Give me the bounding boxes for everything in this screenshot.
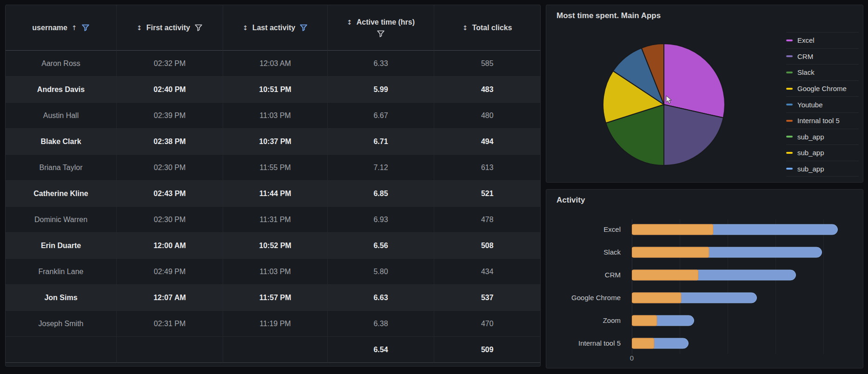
table-cell: 470 (434, 311, 540, 337)
bar-track (632, 241, 855, 263)
most-time-spent-panel: Most time spent. Main Apps ExcelCRMSlack… (546, 5, 863, 183)
table-footer-row: 6.54509 (6, 337, 540, 363)
legend-item-label: Google Chrome (797, 85, 847, 92)
table-cell: 6.71 (328, 129, 434, 155)
column-header-total-clicks[interactable]: ↕Total clicks (434, 5, 540, 51)
filter-funnel-icon[interactable] (194, 24, 203, 32)
sort-updown-icon[interactable]: ↕ (347, 19, 352, 26)
filter-funnel-icon[interactable] (377, 30, 385, 38)
legend-color-chip (786, 168, 793, 170)
legend-color-chip (786, 39, 793, 41)
table-cell: 12:03 AM (223, 51, 328, 77)
bar-row-internal-tool-5: Internal tool 5 (546, 332, 863, 354)
table-cell: 10:52 PM (223, 233, 328, 259)
table-cell: 613 (434, 155, 540, 181)
table-cell: 5.99 (328, 77, 434, 103)
table-cell: 02:31 PM (117, 311, 223, 337)
table-cell: 11:31 PM (223, 207, 328, 233)
table-cell: Jon Sims (6, 285, 117, 311)
filter-funnel-icon[interactable] (81, 24, 90, 32)
table-footer-cell: 6.54 (328, 337, 434, 363)
table-cell: 585 (434, 51, 540, 77)
legend-item-youtube[interactable]: Youtube (786, 96, 859, 112)
table-cell: Andres Davis (6, 77, 117, 103)
table-cell: 11:19 PM (223, 311, 328, 337)
table-cell: 11:57 PM (223, 285, 328, 311)
legend-item-internal-tool-5[interactable]: Internal tool 5 (786, 112, 859, 129)
table-cell: 10:51 PM (223, 77, 328, 103)
sort-updown-icon[interactable]: ↕ (243, 24, 248, 32)
column-header-label: Active time (hrs) (357, 18, 415, 26)
legend-item-label: CRM (797, 52, 813, 60)
sort-ascending-icon[interactable]: ↑ (72, 24, 77, 32)
bar-track (632, 263, 855, 286)
table-cell: 6.85 (328, 181, 434, 207)
column-header-label: username (32, 24, 67, 32)
legend-item-label: Youtube (797, 101, 823, 109)
legend-color-chip (786, 55, 793, 57)
bar-segment-orange (632, 338, 654, 348)
filter-funnel-icon[interactable] (299, 24, 308, 32)
table-cell: 7.12 (328, 155, 434, 181)
table-footer-cell: 509 (434, 337, 540, 363)
legend-item-sub-app[interactable]: sub_app (786, 161, 859, 177)
table-cell: 02:30 PM (117, 207, 223, 233)
bar-segment-orange (632, 247, 709, 257)
legend-item-excel[interactable]: Excel (786, 32, 859, 48)
bar-track (632, 309, 855, 332)
pie-legend: ExcelCRMSlackGoogle ChromeYoutubeInterna… (786, 32, 859, 177)
bar-track (632, 332, 855, 354)
table-cell: 11:03 PM (223, 259, 328, 285)
column-header-username[interactable]: username↑ (6, 5, 117, 51)
table-row: Blake Clark02:38 PM10:37 PM6.71494 (6, 129, 540, 155)
bar-row-google-chrome: Google Chrome (546, 286, 863, 309)
table-cell: 434 (434, 259, 540, 285)
bar-segment-orange (632, 315, 657, 326)
table-cell: 02:40 PM (117, 77, 223, 103)
table-row: Franklin Lane02:49 PM11:03 PM5.80434 (6, 259, 540, 285)
table-footer-cell (6, 337, 117, 363)
table-cell: 11:55 PM (223, 155, 328, 181)
legend-color-chip (786, 104, 793, 105)
legend-item-label: sub_app (797, 165, 824, 173)
table-cell: Blake Clark (6, 129, 117, 155)
table-cell: 521 (434, 181, 540, 207)
column-header-first-activity[interactable]: ↕First activity (117, 5, 223, 51)
column-header-label: Total clicks (472, 24, 512, 32)
bar-segment-orange (632, 224, 713, 235)
table-cell: 12:07 AM (117, 285, 223, 311)
legend-item-google-chrome[interactable]: Google Chrome (786, 80, 859, 97)
table-cell: 5.80 (328, 259, 434, 285)
table-cell: Franklin Lane (6, 259, 117, 285)
table-cell: 11:03 PM (223, 103, 328, 129)
bar-category-label: Google Chrome (546, 286, 622, 309)
table-cell: Briana Taylor (6, 155, 117, 181)
sort-updown-icon[interactable]: ↕ (463, 24, 468, 32)
table-cell: 6.67 (328, 103, 434, 129)
legend-item-crm[interactable]: CRM (786, 48, 859, 65)
table-row: Erin Duarte12:00 AM10:52 PM6.56508 (6, 233, 540, 259)
legend-item-sub-app[interactable]: sub_app (786, 144, 859, 161)
column-header-last-activity[interactable]: ↕Last activity (223, 5, 328, 51)
bar-category-label: Zoom (546, 309, 622, 332)
table-cell: 12:00 AM (117, 233, 223, 259)
table-cell: 02:32 PM (117, 51, 223, 77)
table-cell: 537 (434, 285, 540, 311)
bar-row-crm: CRM (546, 263, 863, 286)
legend-item-label: sub_app (797, 133, 824, 141)
grafana-dashboard: username↑↕First activity↕Last activity↕A… (0, 0, 868, 374)
table-cell: 02:39 PM (117, 103, 223, 129)
table-cell: 02:38 PM (117, 129, 223, 155)
column-header-line: ↕First activity (137, 24, 203, 32)
table-body: Aaron Ross02:32 PM12:03 AM6.33585Andres … (6, 51, 540, 337)
sort-updown-icon[interactable]: ↕ (137, 24, 142, 32)
legend-item-slack[interactable]: Slack (786, 64, 859, 80)
column-header-label: Last activity (252, 24, 295, 32)
table-row: Joseph Smith02:31 PM11:19 PM6.38470 (6, 311, 540, 337)
legend-item-label: Internal tool 5 (797, 117, 840, 125)
legend-item-sub-app[interactable]: sub_app (786, 129, 859, 145)
table-cell: 02:43 PM (117, 181, 223, 207)
column-header-active-time-hrs[interactable]: ↕Active time (hrs) (328, 5, 434, 51)
bar-track (632, 218, 855, 241)
column-header-line (377, 30, 385, 38)
